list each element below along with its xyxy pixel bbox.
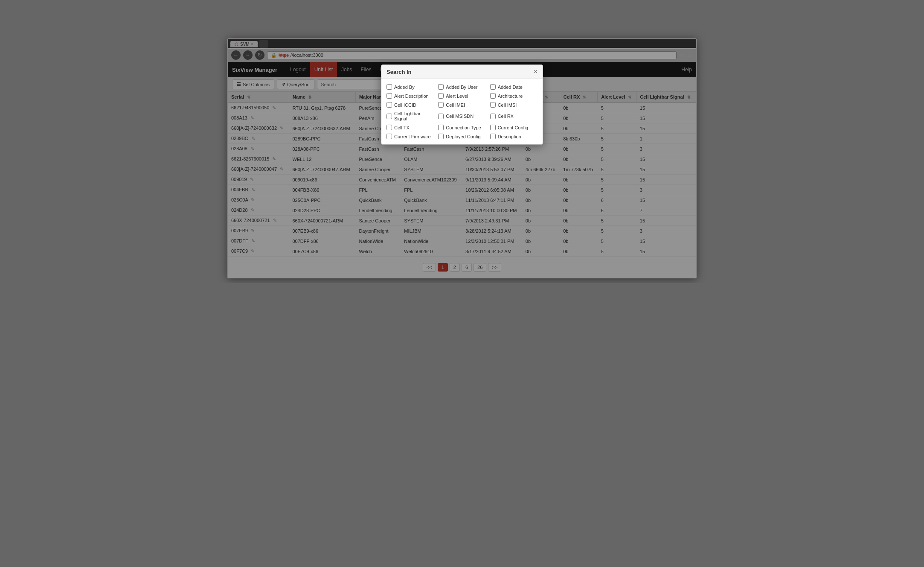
cell-lastcheck: 11/11/2013 10:00:30 PM	[462, 205, 522, 216]
modal-check-item: Added Date	[490, 84, 538, 90]
nav-files[interactable]: Files	[356, 62, 375, 77]
cell-name: 660[A-Z]-7240000047-ARM	[289, 164, 356, 175]
cell-alert: 5	[598, 226, 636, 236]
modal-check-item: Cell RX	[490, 111, 538, 121]
cell-serial: 6621-8267600015 ✎	[228, 154, 289, 164]
cell-celltx: 0b	[522, 205, 560, 216]
table-row: 004FBB ✎ 004FBB-X86 FPL FPL 10/26/2012 6…	[228, 185, 696, 195]
modal-checkbox[interactable]	[490, 93, 496, 99]
sort-celltx-icon[interactable]: ⇅	[545, 95, 548, 99]
set-columns-button[interactable]: ☰ Set Columns	[232, 79, 274, 89]
table-row: 6621-8267600015 ✎ WELL 12 PureSence OLAM…	[228, 154, 696, 164]
cell-major: NationWide	[355, 236, 401, 246]
bookmark-icon[interactable]: ★	[679, 52, 685, 58]
cell-celltx: 0b	[522, 144, 560, 154]
modal-checkbox[interactable]	[386, 114, 392, 119]
modal-field-label: Cell MSISDN	[446, 114, 474, 119]
reload-btn[interactable]: ↻	[255, 50, 264, 60]
table-row: 024D28 ✎ 024D28-PPC Lendell Vending Lend…	[228, 205, 696, 216]
sort-name-icon[interactable]: ⇅	[308, 95, 312, 99]
edit-serial-icon[interactable]: ✎	[251, 197, 255, 202]
cell-name: 00F7C9-x86	[289, 246, 356, 257]
edit-serial-icon[interactable]: ✎	[251, 228, 255, 233]
cell-celltx: 0b	[522, 185, 560, 195]
menu-icon[interactable]: ☰	[687, 52, 693, 58]
edit-serial-icon[interactable]: ✎	[250, 115, 254, 120]
modal-check-item: Cell ICCID	[386, 102, 434, 108]
cell-alert: 5	[598, 123, 636, 134]
cell-serial: 008A13 ✎	[228, 113, 289, 123]
forward-btn[interactable]: →	[243, 50, 253, 60]
cell-alert: 5	[598, 113, 636, 123]
search-input[interactable]	[317, 80, 381, 89]
modal-close-btn[interactable]: ×	[534, 68, 538, 75]
edit-serial-icon[interactable]: ✎	[251, 187, 255, 192]
modal-check-item: Added By User	[438, 84, 485, 90]
modal-checkbox[interactable]	[490, 134, 496, 139]
modal-checkbox[interactable]	[386, 93, 392, 99]
cell-alert: 5	[598, 175, 636, 185]
sort-lightbar-icon[interactable]: ⇅	[687, 95, 691, 99]
pagination-first[interactable]: <<	[423, 263, 436, 272]
edit-serial-icon[interactable]: ✎	[273, 218, 277, 223]
query-sort-button[interactable]: ⧩ Query/Sort	[277, 79, 314, 89]
edit-serial-icon[interactable]: ✎	[251, 208, 255, 213]
nav-logout[interactable]: Logout	[286, 62, 310, 77]
modal-checkbox[interactable]	[490, 84, 496, 90]
address-bar[interactable]: 🔒 https //localhost:3000	[267, 51, 677, 59]
edit-serial-icon[interactable]: ✎	[250, 146, 254, 151]
cell-lastcheck: 10/30/2013 5:53:07 PM	[462, 164, 522, 175]
modal-checkbox[interactable]	[386, 102, 392, 108]
pagination-last[interactable]: >>	[488, 263, 501, 272]
modal-check-item: Alert Level	[438, 93, 485, 99]
pagination-page-1[interactable]: 1	[438, 263, 448, 272]
cell-alert: 6	[598, 205, 636, 216]
nav-jobs[interactable]: Jobs	[337, 62, 356, 77]
edit-serial-icon[interactable]: ✎	[251, 238, 255, 243]
browser-tab-close[interactable]: ×	[251, 42, 253, 46]
cell-serial: 004FBB ✎	[228, 185, 289, 195]
pagination-page-6[interactable]: 6	[462, 263, 472, 272]
back-btn[interactable]: ←	[231, 50, 241, 60]
modal-checkbox[interactable]	[438, 84, 444, 90]
modal-checkbox[interactable]	[386, 134, 392, 139]
modal-checkbox[interactable]	[438, 125, 444, 130]
edit-serial-icon[interactable]: ✎	[251, 136, 255, 141]
sort-alert-icon[interactable]: ⇅	[628, 95, 631, 99]
cell-alert: 5	[598, 154, 636, 164]
cell-lastcheck: 9/11/2013 5:09:44 AM	[462, 175, 522, 185]
modal-checkbox[interactable]	[490, 125, 496, 130]
new-tab-btn[interactable]	[259, 40, 268, 48]
modal-field-label: Added Date	[498, 85, 523, 90]
edit-serial-icon[interactable]: ✎	[250, 177, 254, 182]
table-row: 025C0A ✎ 025C0A-PPC QuickBank QuickBank …	[228, 195, 696, 205]
sort-serial-icon[interactable]: ⇅	[247, 95, 250, 99]
modal-check-item: Cell IMSI	[490, 102, 538, 108]
browser-tab[interactable]: ⬡ SVM ×	[230, 41, 258, 47]
edit-serial-icon[interactable]: ✎	[272, 105, 276, 110]
pagination-page-2[interactable]: 2	[450, 263, 460, 272]
nav-unit-list[interactable]: Unit List	[310, 62, 337, 77]
modal-field-label: Cell RX	[498, 114, 514, 119]
modal-checkbox[interactable]	[490, 114, 496, 119]
cell-name: RTU 31. Grp1. Ptag 6278	[289, 102, 356, 113]
cell-cellrx: 1m 773k 507b	[560, 164, 597, 175]
edit-serial-icon[interactable]: ✎	[280, 167, 284, 172]
modal-checkbox[interactable]	[438, 114, 444, 119]
edit-serial-icon[interactable]: ✎	[280, 126, 284, 131]
cell-name: WELL 12	[289, 154, 356, 164]
cell-lightbar: 15	[636, 113, 696, 123]
modal-checkbox[interactable]	[438, 93, 444, 99]
edit-serial-icon[interactable]: ✎	[272, 156, 276, 161]
modal-checkbox[interactable]	[490, 102, 496, 108]
edit-serial-icon[interactable]: ✎	[251, 248, 255, 254]
pagination-page-26[interactable]: 26	[474, 263, 486, 272]
cell-name: 0289BC-PPC	[289, 134, 356, 144]
cell-cellrx: 0b	[560, 144, 597, 154]
modal-checkbox[interactable]	[386, 125, 392, 130]
modal-checkbox[interactable]	[438, 134, 444, 139]
modal-checkbox[interactable]	[438, 102, 444, 108]
cell-name: 007EB9-x86	[289, 226, 356, 236]
modal-checkbox[interactable]	[386, 84, 392, 90]
sort-cellrx-icon[interactable]: ⇅	[583, 95, 586, 99]
